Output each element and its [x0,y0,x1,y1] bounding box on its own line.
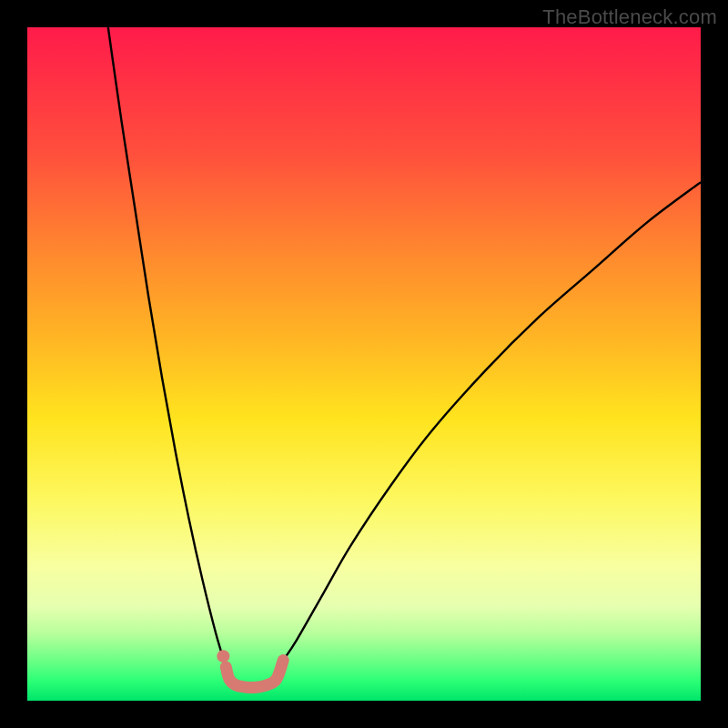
curve-right [283,182,701,660]
valley-highlight-path [226,661,283,688]
valley-dot-left [217,650,229,662]
bottleneck-chart [27,27,701,701]
watermark-label: TheBottleneck.com [542,5,717,29]
curve-left [108,27,227,667]
